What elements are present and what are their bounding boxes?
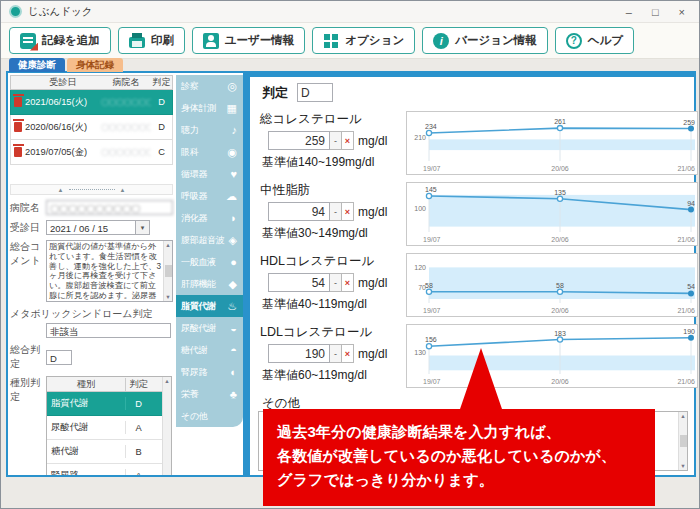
reference-range: 基準値30~149mg/dl — [262, 225, 402, 242]
nutrition-icon: ♣ — [230, 389, 237, 400]
maximize-button[interactable]: □ — [652, 6, 659, 18]
menu-item-label: 循環器 — [181, 168, 207, 181]
toolbar-button-options-grid[interactable]: オプション — [312, 27, 415, 54]
metabolic-judgment-input[interactable]: 非該当 — [46, 323, 171, 338]
value-input[interactable]: 54 — [268, 273, 330, 292]
scroll-thumb[interactable] — [165, 265, 172, 277]
measure-name: 中性脂肪 — [260, 182, 402, 199]
scroll-thumb[interactable] — [680, 435, 687, 447]
table-row[interactable]: 2020/06/16(火)〇〇〇〇〇〇〇〇D — [10, 115, 173, 140]
menu-item-kidney[interactable]: 腎尿路◐ — [176, 361, 243, 383]
menu-item-nutrition[interactable]: 栄養♣ — [176, 383, 243, 405]
scroll-up-icon[interactable]: ▲ — [164, 378, 169, 384]
menu-item-label: 聴力 — [181, 124, 198, 137]
menu-item-liver[interactable]: 肝膵機能◆ — [176, 273, 243, 295]
svg-text:135: 135 — [554, 189, 566, 196]
toolbar-button-print[interactable]: 印刷 — [118, 27, 185, 54]
judgment-cell: D — [151, 97, 172, 107]
menu-item-hearing[interactable]: 聴力♪ — [176, 119, 243, 141]
value-input[interactable]: 94 — [268, 202, 330, 221]
menu-item-lipid[interactable]: 脂質代謝♨ — [176, 295, 243, 317]
window-title: じぶんドック — [28, 5, 626, 19]
menu-item-eye[interactable]: 眼科◉ — [176, 141, 243, 163]
value-clear-button[interactable]: × — [342, 344, 354, 363]
table-row[interactable]: 2021/06/15(火)〇〇〇〇〇〇〇〇D — [10, 90, 173, 115]
hospital-name-cell: 〇〇〇〇〇〇〇〇 — [101, 147, 151, 158]
svg-text:54: 54 — [687, 283, 695, 290]
value-dropdown-button[interactable]: - — [330, 131, 342, 150]
category-table-scrollbar[interactable]: ▲ ▼ — [162, 377, 171, 475]
toolbar-button-label: ユーザー情報 — [225, 33, 295, 48]
value-input[interactable]: 190 — [268, 344, 330, 363]
minimize-button[interactable]: – — [626, 6, 632, 18]
section-info: LDLコレステロール190-×mg/dl基準値60~119mg/dl — [260, 324, 402, 384]
header-hospital: 病院名 — [101, 76, 151, 89]
svg-text:145: 145 — [425, 186, 437, 193]
svg-text:190: 190 — [683, 328, 695, 335]
overall-judgment-input[interactable]: D — [46, 350, 72, 365]
category-row[interactable]: 糖代謝B — [47, 440, 162, 464]
scroll-up-icon[interactable]: ▲ — [165, 242, 170, 248]
category-row[interactable]: 腎尿路A — [47, 464, 162, 475]
table-row[interactable]: 2019/07/05(金)〇〇〇〇〇〇〇〇C — [10, 140, 173, 165]
date-dropdown-button[interactable]: ▾ — [136, 220, 150, 235]
other-scrollbar[interactable]: ▲ ▼ — [678, 412, 687, 470]
value-dropdown-button[interactable]: - — [330, 344, 342, 363]
menu-item-label: 身体計測 — [181, 102, 216, 115]
category-row[interactable]: 脂質代謝D — [47, 392, 162, 416]
trash-icon[interactable] — [14, 122, 22, 132]
menu-item-blood-drop[interactable]: 一般血液● — [176, 251, 243, 273]
category-row[interactable]: 尿酸代謝A — [47, 416, 162, 440]
category-judgment-cell: A — [126, 471, 151, 476]
close-button[interactable]: × — [679, 6, 685, 18]
svg-text:120: 120 — [414, 264, 426, 271]
comment-scrollbar[interactable]: ▲ ▼ — [163, 241, 172, 301]
svg-text:70: 70 — [418, 284, 426, 291]
blood-drop-icon: ● — [230, 257, 237, 268]
scroll-down-icon[interactable]: ▼ — [680, 463, 685, 469]
scroll-down-icon[interactable]: ▼ — [165, 294, 170, 300]
menu-item-lungs[interactable]: 呼吸器☁ — [176, 185, 243, 207]
reference-range: 基準値60~119mg/dl — [262, 367, 402, 384]
chart-container: 15618319013019/0720/0621/06 — [406, 324, 696, 386]
value-dropdown-button[interactable]: - — [330, 273, 342, 292]
tab-health-checkup[interactable]: 健康診断 — [9, 58, 65, 72]
menu-item-uric-acid[interactable]: 尿酸代謝◒ — [176, 317, 243, 339]
header-category-judgment: 判定 — [126, 378, 151, 391]
menu-item-body-measure[interactable]: 身体計測▦ — [176, 97, 243, 119]
menu-item-heart[interactable]: 循環器♥ — [176, 163, 243, 185]
toolbar-button-version-info[interactable]: バージョン情報 — [422, 27, 548, 54]
comment-textarea[interactable]: 脂質代謝の値が基準値から外れています。食生活習慣を改善し、運動を強化した上で、3… — [46, 240, 173, 302]
svg-text:58: 58 — [556, 282, 564, 289]
menu-item-ultrasound[interactable]: 腹部超音波◈ — [176, 229, 243, 251]
trash-icon[interactable] — [14, 147, 22, 157]
header-category: 種別 — [47, 378, 126, 391]
svg-text:94: 94 — [687, 200, 695, 207]
menu-item-glucose[interactable]: 糖代謝◓ — [176, 339, 243, 361]
toolbar-button-user-info[interactable]: ユーザー情報 — [192, 27, 306, 54]
value-dropdown-button[interactable]: - — [330, 202, 342, 221]
value-clear-button[interactable]: × — [342, 273, 354, 292]
left-panel: 受診日 病院名 判定 2021/06/15(火)〇〇〇〇〇〇〇〇D2020/06… — [8, 73, 175, 475]
print-icon — [129, 37, 145, 48]
menu-item-label: 眼科 — [181, 146, 198, 159]
menu-item-stethoscope[interactable]: 診察◎ — [176, 75, 243, 97]
toolbar-button-add-record[interactable]: 記録を追加 — [9, 27, 111, 54]
toolbar-button-help[interactable]: ヘルプ — [555, 27, 634, 54]
panel-splitter[interactable]: ▲ ▲ — [10, 184, 173, 195]
hospital-name-cell: 〇〇〇〇〇〇〇〇 — [101, 122, 151, 133]
value-input[interactable]: 259 — [268, 131, 330, 150]
trash-icon[interactable] — [14, 97, 22, 107]
visit-date-input[interactable]: 2021 / 06 / 15 — [46, 220, 136, 235]
panel-divider — [243, 73, 250, 475]
judgment-input[interactable]: D — [297, 83, 333, 102]
add-record-icon — [20, 33, 36, 49]
scroll-up-icon[interactable]: ▲ — [680, 413, 685, 419]
menu-item-stomach[interactable]: 消化器◗ — [176, 207, 243, 229]
tab-body-record[interactable]: 身体記録 — [67, 58, 123, 72]
hospital-input[interactable]: 〇〇〇〇〇〇〇〇〇〇 — [46, 200, 173, 215]
menu-item-other[interactable]: その他 — [176, 405, 243, 427]
version-info-icon — [433, 33, 449, 49]
value-clear-button[interactable]: × — [342, 202, 354, 221]
value-clear-button[interactable]: × — [342, 131, 354, 150]
